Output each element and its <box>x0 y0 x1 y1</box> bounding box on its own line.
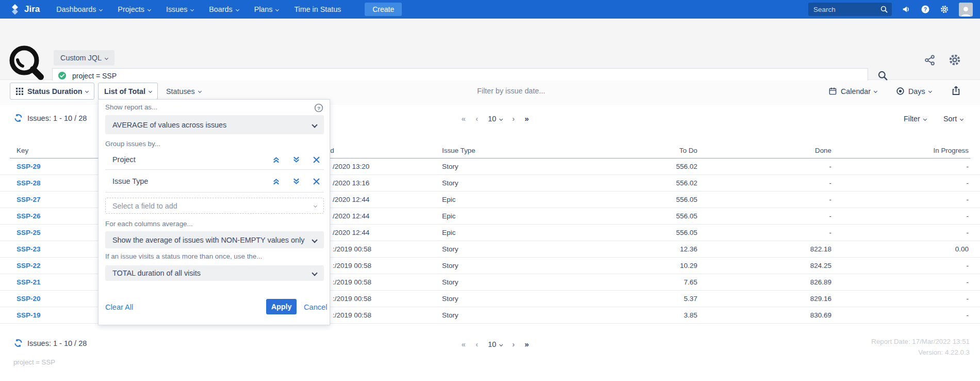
issue-key-link[interactable]: SSP-29 <box>17 158 41 175</box>
issue-created-cell: /2020 13:20 <box>333 158 369 175</box>
search-icon[interactable] <box>880 5 888 13</box>
statuses-button[interactable]: Statuses <box>166 83 201 100</box>
time-unit-button[interactable]: Days <box>896 83 932 100</box>
valid-check-icon <box>58 71 67 80</box>
todo-value-cell: 556.05 <box>646 225 697 241</box>
first-page-button[interactable]: « <box>462 340 466 348</box>
nav-item-issues[interactable]: Issues <box>166 5 193 13</box>
app-root: Jira Dashboards Projects Issues Boards P… <box>0 0 980 381</box>
first-page-button[interactable]: « <box>462 114 466 123</box>
announcement-icon[interactable] <box>902 5 911 14</box>
nav-item-boards[interactable]: Boards <box>209 5 238 13</box>
issue-created-cell: :/2019 00:58 <box>333 258 371 274</box>
columns-average-select[interactable]: Show the average of issues with NON-EMPT… <box>105 231 324 248</box>
todo-value-cell: 556.02 <box>646 158 697 175</box>
prev-page-button[interactable]: ‹ <box>476 114 478 123</box>
jira-brand[interactable]: Jira <box>9 4 40 15</box>
nav-item-plans[interactable]: Plans <box>254 5 279 13</box>
issue-type-cell: Story <box>442 241 459 258</box>
column-header-key: Key <box>17 147 28 154</box>
apply-button[interactable]: Apply <box>266 299 297 314</box>
issue-created-cell: /2020 12:44 <box>333 208 369 225</box>
issue-key-link[interactable]: SSP-19 <box>17 307 41 324</box>
todo-value-cell: 7.65 <box>646 274 697 291</box>
remove-icon[interactable] <box>312 155 321 164</box>
chevron-down-icon <box>198 89 202 93</box>
done-value-cell: 826.89 <box>780 274 831 291</box>
calendar-button[interactable]: Calendar <box>828 83 877 100</box>
next-page-button[interactable]: › <box>512 114 515 123</box>
issue-key-link[interactable]: SSP-25 <box>17 225 41 241</box>
create-button[interactable]: Create <box>365 3 402 16</box>
settings-gear-icon[interactable] <box>948 53 961 67</box>
issue-key-link[interactable]: SSP-23 <box>17 241 41 258</box>
sort-button[interactable]: Sort <box>943 115 963 123</box>
report-version: Version: 4.22.0.3 <box>871 347 970 358</box>
share-icon[interactable] <box>924 54 936 66</box>
help-icon[interactable]: ? <box>314 103 323 113</box>
move-down-icon[interactable] <box>292 155 301 164</box>
prev-page-button[interactable]: ‹ <box>476 340 478 348</box>
multiple-visits-select[interactable]: TOTAL duration of all visits <box>105 265 324 281</box>
navbar-right: ? <box>808 3 973 17</box>
move-up-icon[interactable] <box>272 177 281 186</box>
group-field-name: Issue Type <box>112 170 148 193</box>
move-up-icon[interactable] <box>272 155 281 164</box>
group-field-row: Project <box>105 150 324 170</box>
run-search-icon[interactable] <box>877 70 888 81</box>
inprogress-value-cell: - <box>896 225 969 241</box>
issue-created-cell: /2020 12:44 <box>333 192 369 208</box>
page-size-select[interactable]: 10 <box>488 115 502 123</box>
page-size-select[interactable]: 10 <box>488 340 502 348</box>
chevron-down-icon <box>312 237 317 243</box>
filter-button[interactable]: Filter <box>904 115 926 123</box>
last-page-button[interactable]: » <box>525 340 529 348</box>
help-icon[interactable]: ? <box>921 5 930 14</box>
issues-count-bottom: Issues: 1 - 10 / 28 <box>27 339 87 347</box>
issue-key-link[interactable]: SSP-26 <box>17 208 41 225</box>
issue-key-link[interactable]: SSP-21 <box>17 274 41 291</box>
done-value-cell: 824.25 <box>780 258 831 274</box>
issue-key-link[interactable]: SSP-28 <box>17 175 41 192</box>
global-search-input[interactable] <box>808 6 892 13</box>
issue-key-link[interactable]: SSP-22 <box>17 258 41 274</box>
query-mode-button[interactable]: Custom JQL <box>54 50 115 66</box>
refresh-icon[interactable] <box>13 338 23 348</box>
chevron-down-icon <box>314 204 317 208</box>
group-field-name: Project <box>112 150 136 170</box>
done-value-cell: 830.69 <box>780 307 831 324</box>
refresh-icon[interactable] <box>13 113 23 123</box>
person-icon <box>960 5 972 17</box>
nav-item-projects[interactable]: Projects <box>118 5 151 13</box>
gear-icon[interactable] <box>940 5 949 14</box>
issue-key-link[interactable]: SSP-20 <box>17 291 41 307</box>
columns-average-label: For each columns average... <box>105 220 193 228</box>
clear-all-link[interactable]: Clear All <box>105 303 133 311</box>
brand-name: Jira <box>24 4 40 14</box>
last-page-button[interactable]: » <box>525 114 529 123</box>
view-mode-button[interactable]: List of Total <box>98 83 158 100</box>
issue-created-cell: :/2019 00:58 <box>333 241 371 258</box>
move-down-icon[interactable] <box>292 177 301 186</box>
next-page-button[interactable]: › <box>512 340 515 348</box>
nav-item-dashboards[interactable]: Dashboards <box>56 5 102 13</box>
pagination-bottom: « ‹ 10 › » <box>438 340 552 348</box>
issue-created-cell: :/2019 00:58 <box>333 291 371 307</box>
report-type-button[interactable]: Status Duration <box>10 83 94 100</box>
issues-count: Issues: 1 - 10 / 28 <box>27 114 87 122</box>
remove-icon[interactable] <box>312 177 321 186</box>
export-icon[interactable] <box>951 85 961 96</box>
nav-item-time-in-status[interactable]: Time in Status <box>294 5 341 13</box>
issue-key-link[interactable]: SSP-27 <box>17 192 41 208</box>
issue-date-filter[interactable]: Filter by issue date... <box>477 87 545 95</box>
show-report-as-select[interactable]: AVERAGE of values across issues <box>105 115 324 134</box>
report-meta: Report Date: 17/Mar/2022 13:51 Version: … <box>871 336 970 358</box>
report-date: Report Date: 17/Mar/2022 13:51 <box>871 336 970 347</box>
done-value-cell: 822.18 <box>780 241 831 258</box>
cancel-link[interactable]: Cancel <box>304 303 327 311</box>
add-field-select[interactable]: Select a field to add <box>105 198 324 214</box>
user-avatar[interactable] <box>959 3 973 17</box>
inprogress-value-cell: - <box>896 158 969 175</box>
todo-value-cell: 556.02 <box>646 175 697 192</box>
done-value-cell: - <box>780 225 831 241</box>
